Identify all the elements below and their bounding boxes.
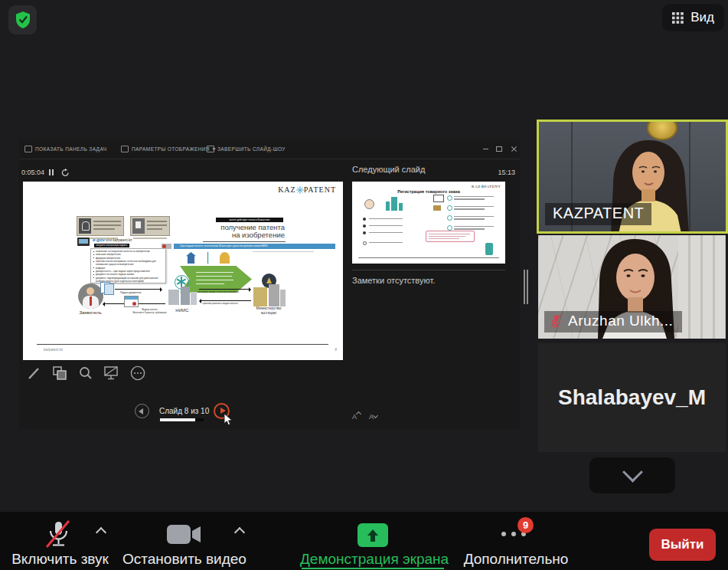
meeting-window: Вид ПОКАЗАТЬ ПАНЕЛЬ ЗАДАЧ ПАРАМЕТРЫ ОТОБ… xyxy=(0,0,728,570)
participant-tile-kazpatent[interactable]: KAZPATENT xyxy=(537,120,728,234)
leave-meeting-button[interactable]: Выйти xyxy=(649,529,716,561)
taskbar-icon xyxy=(24,146,32,152)
pause-timer-button[interactable] xyxy=(49,169,54,175)
more-slideshow-options-button[interactable] xyxy=(129,365,146,382)
shield-check-icon xyxy=(15,11,31,29)
more-label: Дополнительно xyxy=(459,551,573,568)
person-icon xyxy=(220,252,230,264)
decision-label: Принятие решения о выдаче патента xyxy=(202,303,253,305)
slide-blue-bar: Срок выдачи патента: по истечении 18 мес… xyxy=(174,244,335,249)
share-screen-icon xyxy=(357,523,388,547)
expertise-arrow xyxy=(199,289,250,290)
next-slide-avatar xyxy=(364,199,374,209)
current-slide: KAZ PATENT патент действует только в Каз… xyxy=(23,182,343,360)
slide-title: получение патента на изобретение xyxy=(220,224,285,240)
slide-page-number: 8 xyxy=(335,348,337,352)
close-button[interactable] xyxy=(508,144,519,153)
mic-muted-icon xyxy=(44,519,73,550)
next-slide-footer-line xyxy=(358,257,499,258)
ppt-display-options-button[interactable]: ПАРАМЕТРЫ ОТОБРАЖЕНИЯ ▼ xyxy=(121,146,217,152)
unmute-label: Включить звук xyxy=(0,551,120,568)
next-slide-thumbnail[interactable]: KAZ PATENT Регистрация товарного знака xyxy=(352,182,505,264)
niis-building xyxy=(167,275,198,306)
view-button-label: Вид xyxy=(690,10,714,25)
egov-chip: получите электронную подпись xyxy=(94,244,129,247)
notes-divider xyxy=(352,270,505,270)
slide-icons-row xyxy=(186,252,240,264)
pen-tool-button[interactable] xyxy=(25,365,42,382)
next-slide-phone-icon xyxy=(485,243,493,255)
document-icon xyxy=(132,218,145,234)
kazpatent-logo: KAZ PATENT xyxy=(278,185,336,194)
share-active-underline xyxy=(302,568,444,569)
decision-arrow xyxy=(201,300,251,301)
participant-name-text: Shalabayev_M xyxy=(558,385,706,410)
audio-options-caret[interactable] xyxy=(97,527,105,535)
decrease-font-button[interactable]: A xyxy=(369,413,377,421)
scales-icon xyxy=(186,252,196,264)
slide-footer-line xyxy=(37,344,328,345)
next-slide-building-icon xyxy=(386,197,403,211)
previous-slide-button[interactable] xyxy=(135,404,149,418)
computer-icon xyxy=(77,238,90,246)
slide-flag-bar: патент действует только в Казахстане xyxy=(216,218,283,222)
participant-tile-aruzhan[interactable]: Aruzhan Ulkh... xyxy=(538,235,726,339)
pane-resize-handle[interactable] xyxy=(524,270,529,304)
next-slide-title: Регистрация товарного знака xyxy=(375,189,482,194)
ministry-building xyxy=(253,274,286,306)
meeting-control-bar: Включить звук Остановить видео Демонстра… xyxy=(0,512,728,570)
slide-counter: Слайд 8 из 10 xyxy=(159,407,209,415)
see-all-slides-button[interactable] xyxy=(51,365,68,382)
ppt-timer-row: 0:05:04 15:13 xyxy=(21,169,517,179)
restore-button[interactable] xyxy=(494,144,504,153)
next-slide-label: Следующий слайд xyxy=(352,165,425,174)
chevron-down-icon xyxy=(622,462,643,483)
next-slide-highlight-box xyxy=(426,231,475,242)
next-slide-folder-icon xyxy=(433,205,441,211)
slide-info-box-document xyxy=(130,216,170,236)
notes-text: Заметки отсутствуют. xyxy=(352,276,435,285)
applicant-label: Заявитель xyxy=(67,310,113,315)
slide-bullet-list: заявление на получение патента на изобре… xyxy=(90,248,166,283)
presentation-timer: 0:05:04 xyxy=(21,169,44,176)
zoom-slide-button[interactable] xyxy=(77,365,94,382)
participant-name-tag: KAZPATENT xyxy=(545,203,651,225)
minimize-button[interactable] xyxy=(480,144,491,153)
black-screen-button[interactable] xyxy=(103,365,120,382)
display-options-icon xyxy=(121,146,129,152)
camera-icon xyxy=(167,524,202,545)
ppt-annotation-tools xyxy=(25,365,146,382)
windmill-icon xyxy=(203,252,213,264)
expertise-label: Экспертиза заявки, вынесение заключения xyxy=(198,291,253,293)
muted-mic-icon xyxy=(550,314,562,329)
share-screen-label: Демонстрация экрана xyxy=(300,551,446,568)
ppt-end-slideshow-button[interactable]: ЗАВЕРШИТЬ СЛАЙД-ШОУ xyxy=(207,146,286,152)
participant-tile-shalabayev[interactable]: Shalabayev_M xyxy=(538,343,726,452)
ministry-label: Министерство юстиции xyxy=(246,306,291,316)
ppt-show-taskbar-button[interactable]: ПОКАЗАТЬ ПАНЕЛЬ ЗАДАЧ xyxy=(24,146,106,152)
increase-font-button[interactable]: A xyxy=(352,413,360,421)
slide-caption-line xyxy=(253,251,314,252)
prev-arrow-icon xyxy=(139,408,143,414)
restart-timer-button[interactable] xyxy=(61,169,70,177)
egov-caption: e-gov или kazpatent.kz xyxy=(93,238,132,242)
security-button[interactable] xyxy=(8,5,37,34)
kazpatent-snowflake-icon xyxy=(296,186,304,194)
collapse-participants-button[interactable] xyxy=(589,457,675,493)
mouse-cursor xyxy=(224,413,233,426)
end-slideshow-icon xyxy=(207,146,214,152)
patent-certificate-icon xyxy=(124,296,139,307)
view-button[interactable]: Вид xyxy=(662,4,724,31)
ppt-menubar: ПОКАЗАТЬ ПАНЕЛЬ ЗАДАЧ ПАРАМЕТРЫ ОТОБРАЖЕ… xyxy=(19,139,520,159)
issue-label: Выдача патента Внесение в Госреестр, пуб… xyxy=(129,309,171,314)
notes-font-buttons: A A xyxy=(352,413,377,421)
stop-video-label: Остановить видео xyxy=(121,551,248,568)
next-slide-monitor-icon xyxy=(433,195,444,202)
submit-arrow xyxy=(115,289,161,290)
grid-view-icon xyxy=(672,12,684,24)
deadline-clock-icon xyxy=(162,244,171,249)
kazpatent-logo-small: KAZ PATENT xyxy=(472,185,501,188)
documents-icon xyxy=(100,282,114,293)
lightbulb-icon xyxy=(79,218,91,234)
video-options-caret[interactable] xyxy=(236,527,243,535)
